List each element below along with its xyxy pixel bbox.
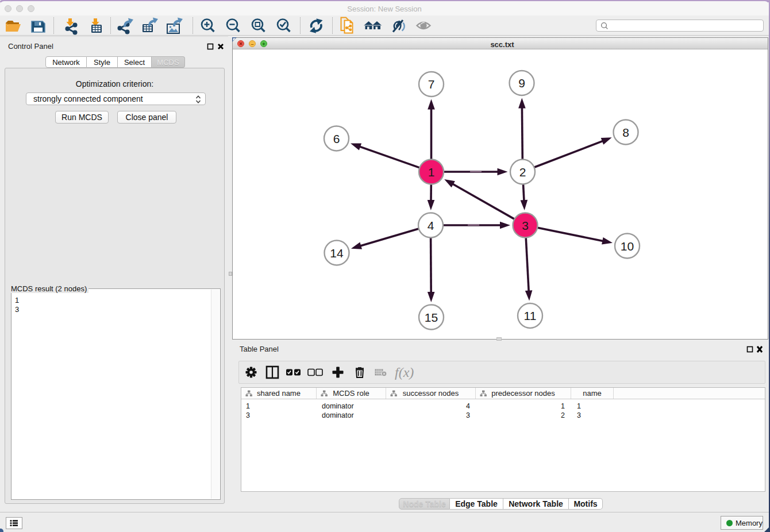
svg-text:6: 6: [333, 132, 340, 145]
svg-text:11: 11: [524, 309, 537, 322]
svg-text:10: 10: [621, 240, 634, 253]
svg-text:1: 1: [428, 165, 435, 179]
svg-text:8: 8: [622, 126, 629, 139]
svg-text:f(x): f(x): [395, 365, 414, 380]
svg-text:2: 2: [519, 165, 526, 179]
svg-text:15: 15: [425, 311, 438, 324]
svg-text:14: 14: [330, 246, 344, 260]
svg-text:9: 9: [518, 76, 525, 90]
svg-text:3: 3: [522, 219, 529, 232]
svg-text:4: 4: [428, 219, 434, 232]
svg-text:7: 7: [428, 78, 435, 91]
